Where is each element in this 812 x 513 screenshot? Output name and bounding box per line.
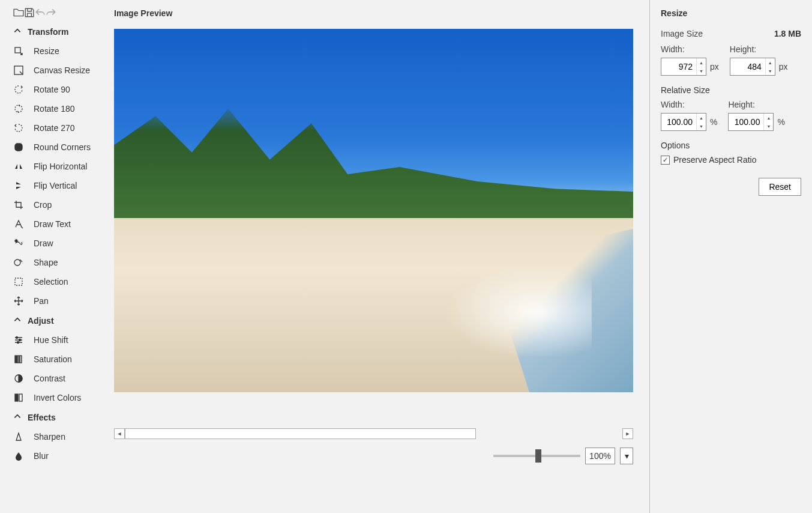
- reset-button[interactable]: Reset: [759, 178, 801, 196]
- round-corners-icon: [13, 142, 24, 153]
- image-preview[interactable]: [114, 29, 633, 392]
- tool-label: Round Corners: [34, 142, 91, 152]
- tool-contrast[interactable]: Contrast: [0, 369, 114, 388]
- spin-down-icon[interactable]: ▼: [697, 122, 706, 130]
- horizontal-scrollbar[interactable]: ◄ ►: [114, 428, 633, 439]
- width-input[interactable]: ▲▼: [661, 58, 706, 76]
- px-unit: px: [779, 62, 788, 71]
- spin-up-icon[interactable]: ▲: [697, 114, 706, 122]
- rel-width-input[interactable]: ▲▼: [661, 113, 706, 131]
- tool-label: Draw: [34, 238, 53, 248]
- tool-label: Selection: [34, 277, 68, 287]
- flip-vertical-icon: [13, 180, 24, 191]
- section-effects[interactable]: Effects: [0, 407, 114, 427]
- rel-height-field[interactable]: [729, 114, 763, 130]
- tool-selection[interactable]: Selection: [0, 272, 114, 291]
- tool-rotate-270[interactable]: Rotate 270: [0, 118, 114, 138]
- tool-resize[interactable]: Resize: [0, 41, 114, 61]
- zoom-thumb[interactable]: [535, 449, 541, 463]
- width-field[interactable]: [661, 58, 696, 75]
- section-transform[interactable]: Transform: [0, 22, 114, 41]
- tool-draw[interactable]: Draw: [0, 234, 114, 253]
- svg-point-8: [19, 339, 21, 341]
- zoom-dropdown[interactable]: ▾: [620, 448, 633, 464]
- redo-icon[interactable]: [46, 7, 54, 16]
- tool-label: Sharpen: [34, 432, 65, 442]
- rotate-270-icon: [13, 123, 24, 133]
- tool-round-corners[interactable]: Round Corners: [0, 138, 114, 157]
- scroll-track[interactable]: [125, 428, 476, 439]
- chevron-up-icon: [13, 26, 22, 37]
- tool-crop[interactable]: Crop: [0, 195, 114, 214]
- preserve-aspect-checkbox[interactable]: ✓: [661, 156, 670, 165]
- undo-icon[interactable]: [35, 7, 43, 16]
- draw-icon: [13, 238, 24, 249]
- save-icon[interactable]: [24, 7, 32, 16]
- tool-label: Crop: [34, 200, 52, 210]
- shape-icon: [13, 257, 24, 268]
- svg-point-9: [17, 342, 19, 344]
- tool-hue-shift[interactable]: Hue Shift: [0, 330, 114, 350]
- crop-icon: [13, 199, 24, 210]
- tool-label: Invert Colors: [34, 393, 81, 402]
- tool-label: Draw Text: [34, 219, 71, 229]
- spin-up-icon[interactable]: ▲: [764, 114, 773, 122]
- saturation-icon: [13, 354, 24, 365]
- tool-label: Flip Horizontal: [34, 162, 87, 171]
- tool-flip-vertical[interactable]: Flip Vertical: [0, 176, 114, 195]
- image-size-value: 1.8 MB: [774, 29, 801, 38]
- rotate-180-icon: [13, 103, 24, 114]
- tool-invert-colors[interactable]: Invert Colors: [0, 388, 114, 407]
- spin-down-icon[interactable]: ▼: [697, 67, 706, 75]
- pct-unit: %: [710, 117, 717, 127]
- rel-width-field[interactable]: [661, 114, 696, 130]
- svg-point-2: [15, 105, 22, 112]
- tool-pan[interactable]: Pan: [0, 291, 114, 311]
- tool-label: Resize: [34, 46, 59, 56]
- chevron-up-icon: [13, 412, 22, 422]
- section-title: Adjust: [28, 316, 54, 326]
- rel-height-input[interactable]: ▲▼: [728, 113, 774, 131]
- rel-width-label: Width:: [661, 100, 717, 109]
- zoom-slider[interactable]: [493, 455, 580, 457]
- tool-rotate-180[interactable]: Rotate 180: [0, 99, 114, 118]
- tool-shape[interactable]: Shape: [0, 253, 114, 272]
- blur-icon: [13, 451, 24, 461]
- scroll-right-button[interactable]: ►: [622, 428, 633, 439]
- height-input[interactable]: ▲▼: [730, 58, 775, 76]
- svg-rect-14: [15, 394, 18, 401]
- height-field[interactable]: [730, 58, 765, 75]
- tool-rotate-90[interactable]: Rotate 90: [0, 80, 114, 99]
- svg-rect-6: [15, 278, 22, 285]
- tool-saturation[interactable]: Saturation: [0, 350, 114, 369]
- draw-text-icon: [13, 219, 24, 229]
- tool-label: Rotate 180: [34, 104, 75, 114]
- main-area: Image Preview ◄ ► 100% ▾: [114, 0, 649, 513]
- svg-point-4: [15, 240, 17, 242]
- options-label: Options: [661, 141, 801, 150]
- tool-flip-horizontal[interactable]: Flip Horizontal: [0, 157, 114, 176]
- spin-up-icon[interactable]: ▲: [697, 58, 706, 67]
- scroll-left-button[interactable]: ◄: [114, 428, 125, 439]
- svg-rect-3: [15, 144, 22, 151]
- relative-size-label: Relative Size: [661, 85, 801, 95]
- spin-down-icon[interactable]: ▼: [764, 122, 773, 130]
- section-title: Effects: [28, 413, 56, 422]
- resize-icon: [13, 46, 24, 56]
- contrast-icon: [13, 373, 24, 384]
- svg-rect-15: [19, 394, 22, 401]
- tool-label: Hue Shift: [34, 335, 68, 345]
- tool-sharpen[interactable]: Sharpen: [0, 427, 114, 446]
- zoom-value: 100%: [585, 448, 615, 464]
- tool-canvas-resize[interactable]: Canvas Resize: [0, 61, 114, 80]
- chevron-up-icon: [13, 315, 22, 326]
- tool-draw-text[interactable]: Draw Text: [0, 214, 114, 234]
- canvas-resize-icon: [13, 65, 24, 76]
- tool-label: Blur: [34, 451, 49, 461]
- spin-up-icon[interactable]: ▲: [766, 58, 775, 67]
- tool-blur[interactable]: Blur: [0, 446, 114, 466]
- section-adjust[interactable]: Adjust: [0, 311, 114, 330]
- spin-down-icon[interactable]: ▼: [766, 67, 775, 75]
- open-icon[interactable]: [13, 7, 22, 16]
- top-toolbar: [0, 4, 114, 22]
